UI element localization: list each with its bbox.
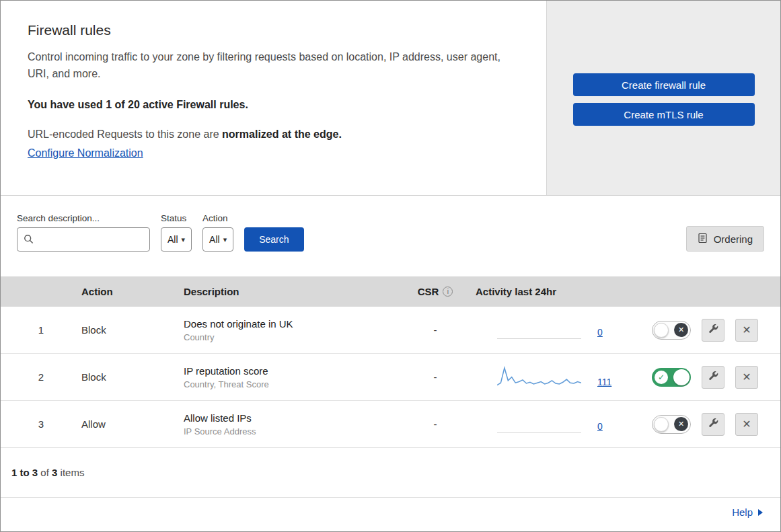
status-select-value: All [168, 234, 178, 245]
create-mtls-rule-button[interactable]: Create mTLS rule [573, 103, 755, 126]
info-icon[interactable]: i [443, 287, 453, 297]
close-icon: ✕ [742, 324, 751, 336]
search-group: Search description... [17, 213, 150, 252]
ordering-list-icon [698, 233, 708, 245]
ordering-button-label: Ordering [714, 233, 753, 245]
rule-controls: ✓ ✕ [637, 366, 780, 389]
normalization-note: URL-encoded Requests to this zone are no… [28, 128, 519, 141]
rule-description-cell: Does not originate in UK Country [184, 318, 399, 342]
rule-enable-toggle[interactable]: ✕ [652, 415, 691, 434]
wrench-icon [708, 418, 718, 431]
rule-enable-toggle[interactable]: ✓ [652, 368, 691, 387]
intro-section: Firewall rules Control incoming traffic … [1, 1, 780, 196]
wrench-icon [708, 371, 718, 384]
rule-priority: 2 [1, 371, 81, 383]
table-row: 1 Block Does not originate in UK Country… [1, 307, 780, 354]
activity-sparkline [497, 321, 581, 339]
activity-cell: 0 [472, 416, 637, 433]
toggle-state-icon: ✓ [655, 371, 668, 384]
rule-criteria: Country [184, 332, 399, 342]
csr-value: - [399, 324, 472, 336]
table-row: 2 Block IP reputation score Country, Thr… [1, 354, 780, 401]
search-icon [24, 234, 34, 248]
action-label: Action [202, 213, 233, 223]
rule-controls: ✕ ✕ [637, 319, 780, 342]
create-firewall-rule-button[interactable]: Create firewall rule [573, 73, 755, 96]
chevron-down-icon: ▾ [223, 235, 227, 244]
wrench-icon [708, 324, 718, 337]
help-link-label: Help [732, 506, 753, 518]
search-button[interactable]: Search [244, 227, 303, 252]
page-title: Firewall rules [28, 22, 519, 38]
header-csr-label: CSR [418, 286, 439, 297]
action-select-value: All [209, 234, 220, 245]
toggle-knob [654, 417, 669, 432]
firewall-description: Control incoming traffic to your zone by… [28, 49, 519, 83]
actions-panel: Create firewall rule Create mTLS rule [547, 1, 780, 195]
rule-action: Block [81, 371, 184, 383]
normalization-text: URL-encoded Requests to this zone are [28, 128, 222, 140]
normalization-bold: normalized at the edge. [222, 128, 342, 140]
rule-description-cell: IP reputation score Country, Threat Scor… [184, 365, 399, 389]
toggle-state-icon: ✕ [674, 323, 688, 337]
help-arrow-icon [758, 509, 763, 516]
activity-count-link[interactable]: 0 [597, 327, 603, 339]
action-filter-group: Action All ▾ [202, 213, 233, 252]
csr-value: - [399, 371, 472, 383]
ordering-button[interactable]: Ordering [686, 226, 764, 252]
delete-rule-button[interactable]: ✕ [735, 319, 758, 342]
header-action: Action [81, 286, 184, 297]
rule-action: Allow [81, 418, 184, 430]
status-filter-group: Status All ▾ [161, 213, 192, 252]
summary-range: 1 to 3 [11, 467, 38, 478]
action-select[interactable]: All ▾ [202, 227, 233, 252]
edit-rule-button[interactable] [702, 366, 724, 389]
rule-description: Allow listed IPs [184, 412, 399, 424]
edit-rule-button[interactable] [702, 319, 724, 342]
chevron-down-icon: ▾ [182, 235, 186, 244]
csr-value: - [399, 418, 472, 430]
filter-bar: Search description... Status All ▾ Actio… [1, 196, 780, 276]
rule-priority: 1 [1, 324, 81, 336]
table-row: 3 Allow Allow listed IPs IP Source Addre… [1, 401, 780, 448]
header-activity: Activity last 24hr [472, 286, 637, 297]
toggle-knob [654, 323, 669, 338]
header-csr: CSR i [399, 286, 472, 297]
search-input[interactable] [17, 227, 150, 252]
rule-priority: 3 [1, 418, 81, 430]
rule-description: IP reputation score [184, 365, 399, 377]
items-summary: 1 to 3 of 3 items [1, 448, 780, 498]
rule-criteria: IP Source Address [184, 426, 399, 436]
edit-rule-button[interactable] [702, 413, 724, 436]
summary-items: items [57, 467, 84, 478]
search-input-wrap [17, 227, 150, 252]
help-row: Help [1, 498, 780, 527]
search-label: Search description... [17, 213, 150, 223]
usage-summary: You have used 1 of 20 active Firewall ru… [28, 99, 519, 111]
summary-of: of [38, 467, 52, 478]
delete-rule-button[interactable]: ✕ [735, 366, 758, 389]
table-header: Action Description CSR i Activity last 2… [1, 276, 780, 307]
firewall-rules-page: Firewall rules Control incoming traffic … [0, 0, 781, 532]
intro-text-panel: Firewall rules Control incoming traffic … [1, 1, 547, 195]
delete-rule-button[interactable]: ✕ [735, 413, 758, 436]
close-icon: ✕ [742, 418, 751, 430]
rule-enable-toggle[interactable]: ✕ [652, 321, 691, 340]
activity-cell: 111 [472, 366, 637, 389]
toggle-knob [673, 369, 690, 385]
rule-description: Does not originate in UK [184, 318, 399, 330]
activity-count-link[interactable]: 0 [597, 421, 603, 433]
rule-action: Block [81, 324, 184, 336]
toggle-state-icon: ✕ [674, 417, 688, 431]
status-select[interactable]: All ▾ [161, 227, 192, 252]
status-label: Status [161, 213, 192, 223]
configure-normalization-link[interactable]: Configure Normalization [28, 147, 143, 159]
activity-cell: 0 [472, 321, 637, 339]
rule-description-cell: Allow listed IPs IP Source Address [184, 412, 399, 436]
rule-criteria: Country, Threat Score [184, 379, 399, 389]
close-icon: ✕ [742, 371, 751, 383]
activity-count-link[interactable]: 111 [597, 377, 611, 389]
help-link[interactable]: Help [732, 506, 763, 518]
header-description: Description [184, 286, 399, 297]
activity-sparkline [497, 366, 581, 389]
